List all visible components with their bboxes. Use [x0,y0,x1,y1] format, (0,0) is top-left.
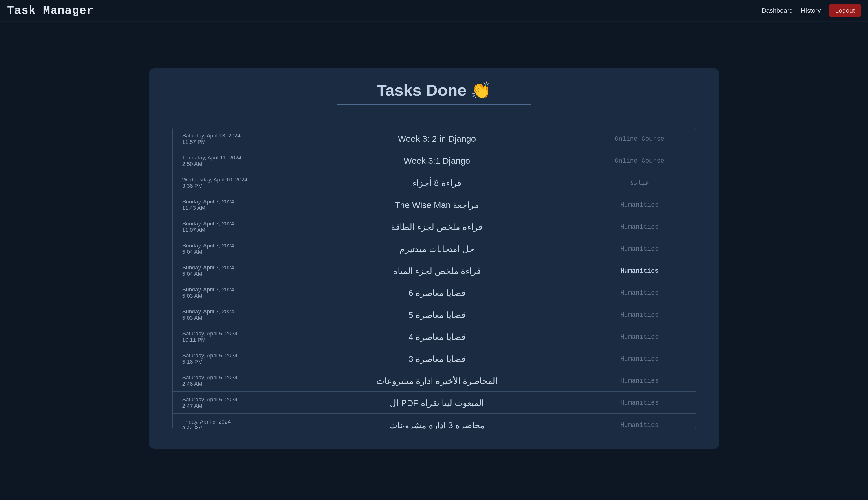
task-time: 11:07 AM [182,227,281,233]
task-category: Online Course [593,135,686,143]
task-time: 5:04 AM [182,271,281,277]
task-date: Saturday, April 6, 2024 [182,396,281,403]
task-category: Humanities [593,289,686,297]
task-title-col: The Wise Man مراجعة [281,200,593,210]
task-title-col: قراءة ملخص لجزء الطاقة [281,222,593,232]
task-category-col: Humanities [593,223,686,231]
task-category-col: Humanities [593,268,686,275]
task-title-col: ال PDF المبعوت لينا نقراه [281,398,593,408]
task-time: 11:57 PM [182,139,281,145]
task-category: Humanities [593,422,686,429]
task-title-col: Week 3:1 Django [281,156,593,166]
task-title: محاضرة 3 ادارة مشروعات [281,420,593,429]
task-date: Saturday, April 13, 2024 [182,133,281,139]
task-category-col: Humanities [593,201,686,209]
task-row[interactable]: Sunday, April 7, 20245:04 AMحل امتحانات … [172,238,696,260]
task-date-col: Wednesday, April 10, 20243:38 PM [182,177,281,189]
task-date: Thursday, April 11, 2024 [182,155,281,161]
task-title: قضايا معاصرة 3 [281,354,593,364]
task-date-col: Saturday, April 6, 20245:18 PM [182,352,281,365]
title-underline [337,104,531,105]
task-category-col: Humanities [593,289,686,297]
task-row[interactable]: Saturday, April 6, 202410:11 PMقضايا معا… [172,326,696,348]
task-date-col: Sunday, April 7, 20245:04 AM [182,242,281,255]
task-category: Humanities [593,377,686,385]
logout-button[interactable]: Logout [829,4,861,18]
nav-links: Dashboard History Logout [762,4,861,18]
dashboard-link[interactable]: Dashboard [762,7,793,14]
task-category-col: Humanities [593,333,686,341]
task-date-col: Sunday, April 7, 20245:04 AM [182,264,281,277]
task-date-col: Sunday, April 7, 20245:03 AM [182,286,281,299]
task-time: 3:38 PM [182,183,281,189]
task-date: Friday, April 5, 2024 [182,419,281,425]
task-date-col: Saturday, April 13, 202411:57 PM [182,133,281,145]
task-title: قراءة 8 أجزاء [281,178,593,188]
task-date: Sunday, April 7, 2024 [182,286,281,293]
task-category-col: Humanities [593,399,686,407]
task-category-col: Humanities [593,422,686,429]
task-row[interactable]: Wednesday, April 10, 20243:38 PMقراءة 8 … [172,172,696,194]
task-category-col: Humanities [593,311,686,319]
task-title-col: قضايا معاصرة 5 [281,310,593,320]
task-date: Sunday, April 7, 2024 [182,264,281,271]
task-title: قراءة ملخص لجزء المياه [281,266,593,276]
task-title: Week 3: 2 in Django [281,134,593,144]
task-time: 5:04 AM [182,249,281,255]
task-row[interactable]: Saturday, April 13, 202411:57 PMWeek 3: … [172,128,696,150]
task-category: Humanities [593,268,686,275]
task-title-col: قراءة ملخص لجزء المياه [281,266,593,276]
task-row[interactable]: Friday, April 5, 20248:44 PMمحاضرة 3 ادا… [172,414,696,429]
task-list[interactable]: Saturday, April 13, 202411:57 PMWeek 3: … [172,128,696,429]
task-row[interactable]: Sunday, April 7, 202411:43 AMThe Wise Ma… [172,194,696,216]
task-row[interactable]: Saturday, April 6, 20242:48 AMالمحاضرة ا… [172,370,696,392]
task-date: Saturday, April 6, 2024 [182,330,281,337]
task-category: Humanities [593,399,686,407]
main-container: Tasks Done 👏 Saturday, April 13, 202411:… [143,22,725,472]
task-category: عبادة [593,179,686,187]
task-category-col: Humanities [593,377,686,385]
task-title: قضايا معاصرة 5 [281,310,593,320]
task-category: Online Course [593,157,686,164]
navbar: Task Manager Dashboard History Logout [0,0,868,22]
task-title: قضايا معاصرة 4 [281,332,593,342]
task-title-col: قضايا معاصرة 6 [281,288,593,298]
task-date: Saturday, April 6, 2024 [182,352,281,359]
brand-title: Task Manager [7,4,94,18]
task-row[interactable]: Sunday, April 7, 202411:07 AMقراءة ملخص … [172,216,696,238]
task-title-col: حل امتحانات ميدتيرم [281,244,593,254]
task-title-col: Week 3: 2 in Django [281,134,593,144]
task-time: 2:50 AM [182,161,281,167]
task-row[interactable]: Saturday, April 6, 20245:18 PMقضايا معاص… [172,348,696,370]
task-row[interactable]: Sunday, April 7, 20245:03 AMقضايا معاصرة… [172,282,696,304]
task-title-col: محاضرة 3 ادارة مشروعات [281,420,593,429]
task-date: Wednesday, April 10, 2024 [182,177,281,183]
task-date: Sunday, April 7, 2024 [182,308,281,315]
task-row[interactable]: Saturday, April 6, 20242:47 AMال PDF الم… [172,392,696,414]
task-title-col: قضايا معاصرة 4 [281,332,593,342]
task-title: The Wise Man مراجعة [281,200,593,210]
task-row[interactable]: Sunday, April 7, 20245:03 AMقضايا معاصرة… [172,304,696,326]
task-row[interactable]: Thursday, April 11, 20242:50 AMWeek 3:1 … [172,150,696,172]
history-link[interactable]: History [801,7,821,14]
task-category: Humanities [593,333,686,341]
task-category-col: عبادة [593,179,686,187]
task-date-col: Sunday, April 7, 20245:03 AM [182,308,281,321]
task-time: 11:43 AM [182,205,281,211]
tasks-card: Tasks Done 👏 Saturday, April 13, 202411:… [149,68,719,449]
task-time: 5:03 AM [182,293,281,299]
task-category: Humanities [593,223,686,231]
task-title: Week 3:1 Django [281,156,593,166]
task-title-col: المحاضرة الأخيرة ادارة مشروعات [281,376,593,386]
task-row[interactable]: Sunday, April 7, 20245:04 AMقراءة ملخص ل… [172,260,696,282]
task-date-col: Saturday, April 6, 20242:47 AM [182,396,281,409]
task-time: 5:18 PM [182,359,281,365]
task-title-col: قضايا معاصرة 3 [281,354,593,364]
task-date-col: Sunday, April 7, 202411:07 AM [182,220,281,233]
task-date: Sunday, April 7, 2024 [182,220,281,227]
task-title-col: قراءة 8 أجزاء [281,178,593,188]
task-date-col: Saturday, April 6, 202410:11 PM [182,330,281,343]
task-date: Sunday, April 7, 2024 [182,242,281,249]
task-title: قضايا معاصرة 6 [281,288,593,298]
task-date-col: Sunday, April 7, 202411:43 AM [182,198,281,211]
